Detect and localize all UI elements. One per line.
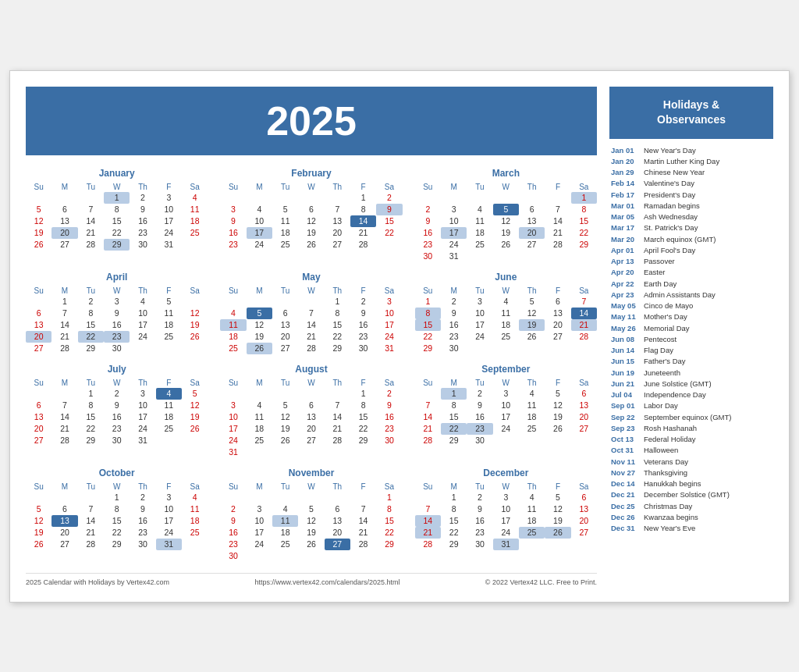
holiday-date: Feb 17 xyxy=(611,190,641,201)
month-table-april: SuMTuWThFSa 12345 6789101112 13141516171… xyxy=(26,286,208,354)
th-th: Th xyxy=(130,182,155,192)
holiday-item: Sep 22September equinox (GMT) xyxy=(609,412,773,423)
holiday-item: May 11Mother's Day xyxy=(609,311,773,322)
month-title-july: July xyxy=(26,364,208,375)
day: 23 xyxy=(130,227,155,239)
day: 4 xyxy=(182,192,208,204)
holiday-date: Jun 21 xyxy=(611,379,641,389)
month-table-january: Su M Tu W Th F Sa 1 xyxy=(26,182,208,251)
holiday-name: Admin Assistants Day xyxy=(644,290,716,300)
month-title-june: June xyxy=(415,272,597,283)
main-layout: 2025 January Su M Tu W Th F Sa xyxy=(26,87,773,586)
holiday-item: Nov 27Thanksgiving xyxy=(609,468,773,478)
holiday-item: Apr 22Earth Day xyxy=(609,279,773,290)
left-section: 2025 January Su M Tu W Th F Sa xyxy=(26,87,597,586)
th-w: W xyxy=(104,182,130,192)
holiday-name: Christmas Day xyxy=(644,501,692,512)
holiday-item: Apr 01April Fool's Day xyxy=(609,245,773,256)
month-table-march: SuMTuWThFSa 1 2345678 9101112131415 1617 xyxy=(415,182,597,262)
holiday-item: Dec 26Kwanzaa begins xyxy=(609,512,773,523)
month-table-october: SuMTuWThFSa 1234 567891011 1213141516171… xyxy=(26,482,208,550)
holiday-item: Dec 21December Solstice (GMT) xyxy=(609,489,773,500)
month-november: November SuMTuWThFSa 1 2345678 910111213… xyxy=(220,468,402,562)
month-title-january: January xyxy=(26,168,208,179)
holiday-date: Apr 13 xyxy=(611,256,641,267)
holiday-name: Hanukkah begins xyxy=(644,478,701,489)
month-table-may: SuMTuWThFSa 123 45678910 11121314151617 xyxy=(220,286,402,354)
holiday-name: Ash Wednesday xyxy=(644,212,698,222)
th-tu: Tu xyxy=(78,182,104,192)
day: 13 xyxy=(51,215,77,227)
day: 21 xyxy=(78,227,104,239)
day: 11 xyxy=(182,204,208,215)
day: 16 xyxy=(130,215,155,227)
holiday-name: St. Patrick's Day xyxy=(644,222,698,233)
holiday-name: Labor Day xyxy=(644,400,678,411)
month-title-february: February xyxy=(220,168,402,179)
holiday-item: Jun 15Father's Day xyxy=(609,356,773,367)
month-september: September SuMTuWThFSa 123456 78910111213… xyxy=(415,364,597,458)
month-title-november: November xyxy=(220,468,402,478)
holiday-item: Dec 31New Year's Eve xyxy=(609,523,773,534)
holiday-name: Valentine's Day xyxy=(644,178,694,189)
holiday-date: Feb 14 xyxy=(611,178,641,189)
holiday-date: Jan 01 xyxy=(611,145,641,156)
holiday-date: Jun 19 xyxy=(611,368,641,379)
holiday-date: Nov 11 xyxy=(611,457,641,468)
holiday-date: Mar 05 xyxy=(611,212,641,222)
month-july: July SuMTuWThFSa 12345 6789101112 131415… xyxy=(26,364,208,458)
holiday-date: Dec 14 xyxy=(611,478,641,489)
day: 31 xyxy=(156,239,182,251)
day: 7 xyxy=(78,204,104,215)
holiday-name: Mother's Day xyxy=(644,311,687,322)
month-title-september: September xyxy=(415,364,597,375)
day: 27 xyxy=(51,239,77,251)
holiday-item: Apr 23Admin Assistants Day xyxy=(609,290,773,300)
month-june: June SuMTuWThFSa 1234567 891011121314 15… xyxy=(415,272,597,354)
holiday-name: President's Day xyxy=(644,190,695,201)
day xyxy=(78,192,104,204)
holiday-name: December Solstice (GMT) xyxy=(644,489,730,500)
holiday-item: May 05Cinco de Mayo xyxy=(609,300,773,311)
holiday-item: Oct 31Halloween xyxy=(609,445,773,456)
holiday-name: Pentecost xyxy=(644,334,676,345)
holiday-item: Mar 05Ash Wednesday xyxy=(609,212,773,222)
holiday-name: Chinese New Year xyxy=(644,167,705,178)
holiday-item: Jun 19Juneteenth xyxy=(609,368,773,379)
holiday-date: Sep 01 xyxy=(611,400,641,411)
month-december: December SuMTuWThFSa 123456 78910111213 … xyxy=(415,468,597,562)
holiday-name: Easter xyxy=(644,267,665,278)
holiday-date: Dec 31 xyxy=(611,523,641,534)
footer-center: https://www.vertex42.com/calendars/2025.… xyxy=(254,578,400,586)
holiday-name: September equinox (GMT) xyxy=(644,412,731,423)
day: 12 xyxy=(26,215,51,227)
day: 14 xyxy=(78,215,104,227)
holiday-name: Juneteenth xyxy=(644,368,680,379)
holiday-date: Mar 17 xyxy=(611,222,641,233)
holiday-date: Jun 08 xyxy=(611,334,641,345)
holiday-name: Cinco de Mayo xyxy=(644,300,693,311)
day xyxy=(51,192,77,204)
holidays-header: Holidays &Observances xyxy=(609,87,773,139)
holiday-name: Independence Day xyxy=(644,389,706,400)
day: 29 xyxy=(104,239,130,251)
right-section: Holidays &Observances Jan 01New Year's D… xyxy=(609,87,773,586)
day: 28 xyxy=(78,239,104,251)
holiday-date: Oct 31 xyxy=(611,445,641,456)
day: 17 xyxy=(156,215,182,227)
holiday-date: Jan 29 xyxy=(611,167,641,178)
holiday-item: Sep 01Labor Day xyxy=(609,400,773,411)
footer-right: © 2022 Vertex42 LLC. Free to Print. xyxy=(485,578,597,586)
day: 8 xyxy=(104,204,130,215)
month-january: January Su M Tu W Th F Sa xyxy=(26,168,208,262)
holiday-item: Dec 14Hanukkah begins xyxy=(609,478,773,489)
holiday-name: Federal Holiday xyxy=(644,434,696,445)
year-label: 2025 xyxy=(266,98,357,144)
month-table-december: SuMTuWThFSa 123456 78910111213 141516171… xyxy=(415,482,597,550)
month-title-may: May xyxy=(220,272,402,283)
holiday-date: Mar 20 xyxy=(611,234,641,245)
holiday-name: Martin Luther King Day xyxy=(644,156,719,167)
day xyxy=(26,192,51,204)
holiday-item: Jul 04Independence Day xyxy=(609,389,773,400)
day: 18 xyxy=(182,215,208,227)
